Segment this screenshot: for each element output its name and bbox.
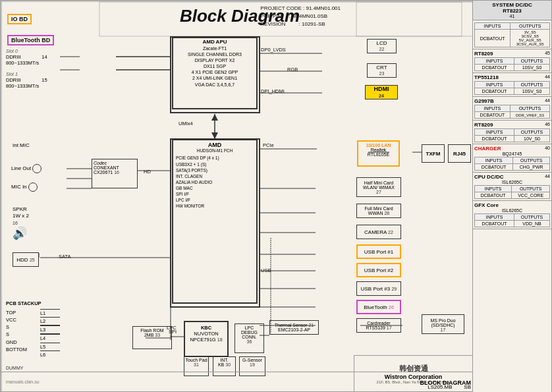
fch-block: AMD HUDSON-M1 FCH PCIE GEN3 DP (4 x 1) U…: [172, 139, 258, 304]
codec-block: Codec CONEXANT CX20671 16: [92, 159, 138, 188]
project-info: PROJECT CODE : 91.4MN01.001 PCB P/N : 48…: [260, 5, 341, 28]
rt8209-2-section: RT8209 46 INPUTS OUTPUTS DCBATOUT 10V_S0: [473, 121, 551, 144]
rgb-label: RGB: [287, 67, 298, 72]
lpc-debug-block: LPC DEBUG CONN. 36: [235, 323, 264, 353]
dp1-hdmi-label: DPI_HDMI: [261, 88, 285, 94]
rt8209-1-section: RT8209 45 INPUTS OUTPUTS DCBATOUT 10SV_S…: [473, 49, 551, 73]
apu-content: Zacate-FT1 SINGLE CHANNEL DDR3 DISPLAY P…: [173, 45, 256, 88]
camera-block: CAMERA 22: [356, 225, 401, 239]
hdd-block: HDD 25: [13, 252, 39, 267]
fch-subtitle: HUDSON-M1 FCH: [173, 148, 256, 154]
apu-block: AMD APU Zacate-FT1 SINGLE CHANNEL DDR3 D…: [172, 37, 258, 109]
rj45-block: RJ45: [448, 144, 471, 163]
usb2-block: USB Port #2: [356, 263, 401, 277]
svg-marker-7: [211, 114, 218, 121]
tp551218-section: TP551218 44 INPUTS OUTPUTS DCBATOUT 10SV…: [473, 73, 551, 97]
revision-value: 10291-SB: [302, 21, 325, 27]
ddr2-slot-label: Slot 1: [6, 72, 18, 76]
flash-block: Flash ROM 2MB 33: [132, 326, 172, 349]
pcb-pn-value: 48.4MN01.0SB: [292, 13, 327, 19]
io-bd-label: IO BD: [7, 14, 32, 24]
txfm-block: TXFM: [422, 144, 445, 163]
micin-connector: [28, 182, 38, 192]
bottom-bar: manuals.clan.su: [1, 372, 472, 391]
ddr2-label: DDRIII: [6, 77, 21, 83]
lan-block: 10/100 LAN Realtek RTL8105E: [357, 140, 400, 167]
full-mini-block: Full Mini Card WWAN 28: [356, 204, 401, 218]
speaker-icon: 🔊: [13, 227, 27, 240]
usb1-block: USB Port #1: [356, 244, 401, 259]
umi-label: UMIx4: [179, 121, 193, 126]
g2997b-section: G2997B 44 INPUTS OUTPUTS DCBATOUT DDR_VR…: [473, 97, 551, 121]
msproduo-block: MS Pro Duo (SD/SDHC) 17: [422, 314, 464, 334]
right-panel: SYSTEM DC/DC RT8223 41 INPUTS OUTPUTS DC…: [472, 1, 551, 392]
summary-label: DUMMY: [6, 366, 23, 370]
lcd-block: LCD22: [367, 39, 397, 53]
pcie-line-label: PCIe: [263, 142, 274, 148]
usb-line-label: USB: [261, 267, 271, 273]
gfx-section: GFX Core ISL6265C INPUTS OUTPUTS DCBATOU…: [473, 201, 551, 229]
pcb-pn-label: PCB P/N: [260, 13, 281, 19]
bluetooth-block: BlueTooth 26: [356, 300, 401, 314]
lineout-connector: [32, 164, 41, 173]
ddr1-num: 14: [41, 54, 47, 60]
svg-marker-6: [211, 132, 218, 139]
lpc-label: LPC: [167, 325, 177, 331]
lineout-label: Line Out: [11, 165, 31, 171]
cpu-dc-section: CPU DC/DC 44 ISL6265C INPUTS OUTPUTS DCB…: [473, 173, 551, 201]
hd-label: HD: [144, 169, 151, 175]
charger-section: CHARGER 40 BQ24745 INPUTS OUTPUTS DCBATO…: [473, 144, 551, 173]
right-panel-title: SYSTEM DC/DC RT8223 41: [473, 1, 551, 20]
dp0-lvds-label: DP0_LVDS: [261, 47, 286, 53]
pcb-stackup: PCB STACKUP TOP VCC S S GND BOTTOM L1 L2…: [6, 300, 60, 358]
half-mini-block: Half Mini Card WLAN/ WIMAX 27: [356, 177, 401, 197]
hdmi-block: HDMI24: [365, 85, 398, 99]
fch-content: PCIE GEN3 DP (4 x 1) USB3X2 + 1 (S) SATA…: [173, 154, 256, 210]
ddr1-speed: 800~1333MT/s: [6, 60, 39, 66]
project-code-value: 91.4MN01.001: [306, 5, 341, 11]
kbc-block: KBC NUVOTON NPCE791G 18: [184, 321, 229, 357]
project-code-label: PROJECT CODE :: [260, 5, 304, 11]
apu-title: AMD APU: [173, 38, 256, 45]
ddr-row-2: Slot 1 DDRIII 800~1333MT/s 15: [6, 71, 47, 89]
spkr-label: SPKR: [13, 206, 27, 212]
ddr2-num: 15: [41, 77, 47, 83]
ddr-row-1: Slot 0 DDRIII 800~1333MT/s 14: [6, 48, 47, 66]
ddr1-slot-label: Slot 0: [6, 49, 18, 53]
thermal-block: Thermal Sensor 21 EMC2103-2-AP: [269, 320, 319, 335]
lineout-area: Line Out: [11, 164, 41, 173]
ddr2-speed: 800~1333MT/s: [6, 83, 39, 89]
revision-label: REVISION: [260, 21, 285, 27]
bt-bd-label: BlueTooth BD: [7, 35, 54, 45]
micin-label: MIC In: [11, 184, 27, 190]
sata-label: SATA: [59, 254, 70, 260]
fch-title: AMD: [173, 140, 256, 148]
intmic-label: Int MIC: [13, 142, 30, 148]
ddr1-label: DDRIII: [6, 54, 21, 60]
crt-block: CRT23: [367, 63, 397, 78]
rt8223-section: INPUTS OUTPUTS DCBATOUT 3V_S5 3CSV_S5 5V…: [473, 20, 551, 49]
svg-rect-2: [356, 2, 474, 36]
ddr-area: Slot 0 DDRIII 800~1333MT/s 14 Slot 1 DDR…: [6, 48, 47, 94]
cardreader-block: Cardreader RTS5139 17: [356, 318, 401, 333]
spkr-area: SPKR 1W x 2 16 🔊: [13, 206, 29, 241]
usb3-block: USB Port #3 29: [356, 281, 401, 296]
main-container: Block Diagram PROJECT CODE : 91.4MN01.00…: [0, 0, 552, 392]
micin-area: MIC In: [11, 182, 38, 192]
